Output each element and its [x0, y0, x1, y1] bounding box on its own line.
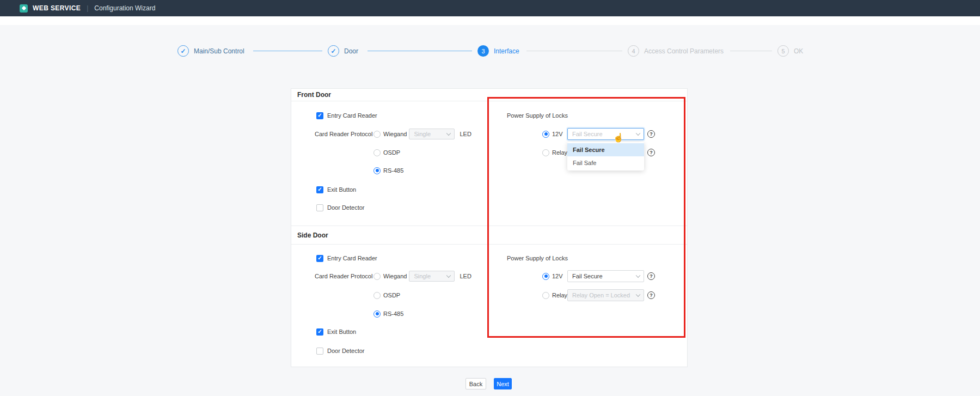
front-rs485-row: RS-485: [373, 165, 403, 176]
back-button[interactable]: Back: [465, 378, 486, 389]
page-title: Configuration Wizard: [94, 4, 155, 12]
step-label: Main/Sub Control: [194, 47, 244, 55]
side-12v-mode-select[interactable]: Fail Secure: [567, 270, 644, 282]
front-osdp-label: OSDP: [383, 149, 400, 156]
front-card-reader-protocol-row: Card Reader Protocol Wiegand Single LED: [315, 128, 471, 140]
front-12v-mode-value: Fail Secure: [572, 131, 603, 137]
side-power-supply-title: Power Supply of Locks: [507, 255, 568, 261]
next-button[interactable]: Next: [494, 378, 512, 389]
top-navbar: WEB SERVICE | Configuration Wizard: [0, 0, 980, 16]
help-icon[interactable]: ?: [647, 149, 655, 156]
front-power-supply-title-row: Power Supply of Locks: [507, 109, 568, 121]
front-led-label: LED: [460, 131, 471, 137]
side-card-reader-protocol-row: Card Reader Protocol Wiegand Single LED: [315, 270, 471, 282]
side-door-detector-checkbox[interactable]: [316, 348, 323, 355]
help-icon[interactable]: ?: [647, 272, 655, 280]
side-wiegand-mode-value: Single: [414, 273, 431, 279]
front-door-section-header: Front Door: [291, 89, 687, 101]
side-relay-label: Relay: [552, 292, 567, 298]
front-12v-radio[interactable]: [542, 131, 549, 138]
front-exit-button-row: ✓ Exit Button: [316, 184, 356, 196]
step-label: OK: [794, 47, 803, 55]
step-label: Door: [344, 47, 358, 55]
dropdown-option-fail-secure[interactable]: Fail Secure: [567, 143, 644, 156]
side-door-detector-label: Door Detector: [327, 348, 364, 354]
subheader-band: [0, 16, 980, 25]
front-entry-card-reader-row: ✓ Entry Card Reader: [316, 109, 377, 121]
side-exit-button-label: Exit Button: [327, 328, 356, 335]
check-icon: ✓: [317, 187, 322, 192]
front-wiegand-radio[interactable]: [373, 131, 381, 138]
front-exit-button-label: Exit Button: [327, 186, 356, 193]
side-12v-radio[interactable]: [542, 273, 549, 280]
side-rs485-radio[interactable]: [373, 310, 381, 318]
front-entry-card-reader-checkbox[interactable]: ✓: [316, 112, 323, 119]
step-connector-line: [526, 51, 622, 51]
side-door-section-header: Side Door: [291, 226, 687, 245]
side-wiegand-radio[interactable]: [373, 273, 381, 280]
front-relay-radio[interactable]: [542, 149, 549, 156]
side-rs485-label: RS-485: [383, 310, 403, 317]
step-done-check-icon: ✓: [177, 45, 189, 57]
side-exit-button-checkbox[interactable]: ✓: [316, 328, 323, 336]
side-wiegand-mode-select: Single: [409, 271, 455, 282]
front-wiegand-label: Wiegand: [383, 131, 407, 137]
step-number: 3: [477, 45, 489, 57]
step-ok[interactable]: 5 OK: [777, 45, 803, 57]
chevron-down-icon: [636, 293, 640, 297]
side-relay-radio[interactable]: [542, 292, 549, 299]
front-relay-label: Relay: [552, 149, 567, 156]
step-interface[interactable]: 3 Interface: [477, 45, 519, 57]
front-door-detector-checkbox[interactable]: [316, 204, 323, 211]
chevron-down-icon: [636, 273, 640, 278]
front-power-12v-row: 12V Fail Secure ?: [542, 128, 655, 140]
step-connector-line: [253, 51, 322, 51]
side-led-label: LED: [460, 273, 471, 279]
side-entry-card-reader-row: ✓ Entry Card Reader: [316, 252, 377, 264]
front-osdp-radio[interactable]: [373, 149, 381, 156]
front-12v-mode-select[interactable]: Fail Secure: [567, 128, 644, 140]
brand-name: WEB SERVICE: [33, 4, 81, 12]
side-rs485-row: RS-485: [373, 308, 403, 320]
chevron-down-icon: [446, 273, 451, 278]
step-done-check-icon: ✓: [328, 45, 339, 57]
step-main-sub-control[interactable]: ✓ Main/Sub Control: [177, 45, 244, 57]
side-relay-mode-select: Relay Open = Locked: [567, 289, 644, 301]
front-door-detector-row: Door Detector: [316, 202, 364, 214]
step-label: Access Control Parameters: [644, 47, 724, 55]
check-icon: ✓: [317, 329, 322, 334]
side-door-title: Side Door: [297, 231, 328, 239]
check-icon: ✓: [317, 113, 322, 118]
check-icon: ✓: [317, 255, 322, 261]
side-osdp-radio[interactable]: [373, 292, 381, 299]
side-12v-mode-value: Fail Secure: [572, 273, 603, 279]
front-power-supply-title: Power Supply of Locks: [507, 112, 568, 119]
dropdown-option-fail-safe[interactable]: Fail Safe: [567, 156, 644, 169]
step-label: Interface: [494, 47, 519, 55]
front-entry-card-reader-label: Entry Card Reader: [327, 112, 377, 119]
help-icon[interactable]: ?: [647, 130, 655, 138]
side-entry-card-reader-checkbox[interactable]: ✓: [316, 255, 323, 262]
side-door-detector-row: Door Detector: [316, 345, 364, 357]
help-icon[interactable]: ?: [647, 291, 655, 299]
front-exit-button-checkbox[interactable]: ✓: [316, 186, 323, 193]
side-osdp-row: OSDP: [373, 289, 400, 301]
front-rs485-radio[interactable]: [373, 167, 381, 174]
side-power-supply-title-row: Power Supply of Locks: [507, 252, 568, 264]
side-power-relay-row: Relay Relay Open = Locked ?: [542, 289, 655, 301]
step-connector-line: [367, 51, 472, 51]
step-number: 5: [777, 45, 789, 57]
step-door[interactable]: ✓ Door: [328, 45, 358, 57]
front-osdp-row: OSDP: [373, 147, 400, 159]
side-osdp-label: OSDP: [383, 292, 400, 298]
side-entry-card-reader-label: Entry Card Reader: [327, 255, 377, 261]
navbar-divider: |: [87, 4, 88, 12]
front-rs485-label: RS-485: [383, 167, 403, 174]
app-logo-icon: [20, 4, 28, 13]
fail-mode-dropdown-menu: Fail Secure Fail Safe: [567, 142, 644, 170]
step-number: 4: [628, 45, 639, 57]
front-wiegand-mode-select: Single: [409, 129, 455, 139]
side-wiegand-label: Wiegand: [383, 273, 407, 279]
step-access-control-parameters[interactable]: 4 Access Control Parameters: [628, 45, 724, 57]
chevron-down-icon: [636, 131, 640, 136]
